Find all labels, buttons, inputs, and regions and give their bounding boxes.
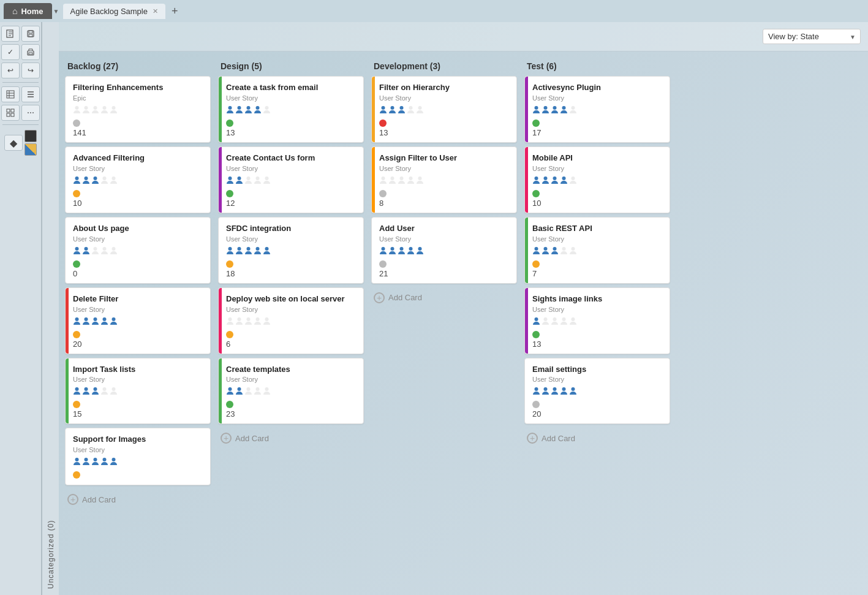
avatar-icon	[407, 105, 415, 116]
card-border-indicator	[372, 77, 375, 142]
add-card-button[interactable]: +Add Card	[524, 428, 670, 449]
avatar-icon	[100, 387, 108, 397]
status-dot	[379, 260, 387, 268]
svg-point-60	[256, 247, 260, 251]
card-title: Mobile API	[532, 153, 662, 164]
column-header-backlog: Backlog (27)	[65, 58, 212, 76]
svg-point-19	[94, 106, 97, 110]
status-dot	[532, 331, 540, 338]
card[interactable]: Activesync PluginUser Story17	[524, 76, 670, 143]
board-view-button[interactable]	[1, 105, 20, 121]
tab-home[interactable]: ⌂ Home	[4, 3, 52, 19]
svg-point-62	[228, 317, 232, 321]
avatar-icon	[82, 387, 90, 397]
svg-point-20	[103, 106, 107, 110]
uncategorized-label: Uncategorized (0)	[42, 22, 59, 595]
svg-point-22	[75, 176, 79, 180]
save-button[interactable]	[21, 26, 40, 42]
status-dot	[532, 119, 540, 127]
card[interactable]: Deploy web site on local serverUser Stor…	[218, 287, 364, 354]
new-button[interactable]	[1, 26, 20, 42]
card[interactable]: Create templatesUser Story23	[218, 358, 364, 425]
svg-point-59	[247, 247, 251, 251]
svg-point-67	[228, 387, 232, 391]
card-status	[226, 331, 356, 338]
card[interactable]: Advanced FilteringUser Story10	[65, 146, 211, 213]
svg-rect-13	[7, 109, 10, 112]
avatar-icon	[254, 176, 262, 186]
card[interactable]: Import Task listsUser Story15	[65, 358, 211, 425]
card[interactable]: Email settingsUser Story20	[524, 358, 670, 425]
svg-point-41	[112, 387, 116, 391]
card[interactable]: Create Contact Us formUser Story12	[218, 146, 364, 213]
card[interactable]: Sights image linksUser Story13	[524, 287, 670, 354]
card-border-indicator	[66, 288, 69, 354]
svg-point-58	[238, 247, 241, 251]
card-border-indicator	[525, 358, 528, 424]
card[interactable]: Filtering EnhancementsEpic141	[65, 76, 211, 143]
avatar-icon	[379, 105, 387, 116]
color-tool-button[interactable]: ◆	[4, 135, 23, 151]
card[interactable]: Filter on HierarchyUser Story13	[371, 76, 517, 143]
dots-button[interactable]: ⋯	[21, 105, 40, 121]
card-title: Basic REST API	[532, 224, 662, 234]
svg-point-72	[382, 106, 385, 110]
avatar-icon	[73, 105, 81, 116]
card-type: User Story	[532, 306, 662, 313]
svg-point-91	[572, 106, 575, 110]
print-button[interactable]	[21, 44, 40, 60]
svg-point-89	[553, 106, 557, 110]
card-avatars	[226, 387, 356, 397]
column-backlog: Backlog (27)Filtering EnhancementsEpic14…	[65, 58, 212, 589]
tab-page[interactable]: Agile Backlog Sample ✕	[63, 4, 165, 19]
avatar-icon	[542, 387, 549, 397]
avatar-icon	[416, 246, 424, 257]
card[interactable]: Delete FilterUser Story20	[65, 287, 211, 354]
card-status	[73, 260, 203, 268]
avatar-icon	[263, 176, 271, 186]
color-swatch-black[interactable]	[25, 130, 37, 142]
card-border-indicator	[219, 358, 222, 424]
card[interactable]: Add UserUser Story21	[371, 217, 517, 284]
close-tab-button[interactable]: ✕	[153, 7, 158, 15]
add-card-button[interactable]: +Add Card	[218, 428, 364, 449]
card-avatars	[532, 387, 662, 397]
card-type: User Story	[73, 165, 203, 172]
card[interactable]: Create a task from emailUser Story13	[218, 76, 364, 143]
avatar-icon	[82, 246, 90, 257]
avatar-icon	[398, 105, 406, 116]
toolbar-row-4	[1, 86, 40, 102]
card[interactable]: SFDC integrationUser Story18	[218, 217, 364, 284]
avatar-icon	[542, 246, 549, 257]
avatar-icon	[407, 246, 415, 257]
card[interactable]: Assign Filter to UserUser Story8	[371, 146, 517, 213]
card[interactable]: Basic REST APIUser Story7	[524, 217, 670, 284]
table-view-button[interactable]	[1, 86, 20, 102]
avatar-icon	[73, 246, 81, 257]
svg-point-99	[553, 247, 557, 251]
undo-button[interactable]: ↩	[1, 63, 20, 78]
svg-point-44	[94, 458, 97, 461]
card[interactable]: Support for ImagesUser Story	[65, 428, 211, 485]
card-border-indicator	[66, 358, 69, 424]
card[interactable]: Mobile APIUser Story10	[524, 146, 670, 213]
view-select[interactable]: View by: State	[763, 29, 861, 44]
add-card-button[interactable]: +Add Card	[65, 489, 211, 510]
list-view-button[interactable]	[21, 86, 40, 102]
status-dot	[226, 119, 233, 127]
add-tab-button[interactable]: +	[167, 4, 183, 19]
avatar-icon	[110, 246, 118, 257]
columns-container: Backlog (27)Filtering EnhancementsEpic14…	[59, 51, 868, 595]
svg-point-107	[535, 387, 538, 391]
svg-point-83	[391, 247, 394, 251]
check-button[interactable]: ✓	[1, 44, 20, 60]
svg-point-54	[247, 176, 251, 180]
card[interactable]: About Us pageUser Story0	[65, 217, 211, 284]
svg-point-27	[75, 247, 79, 251]
card-avatars	[532, 176, 662, 186]
avatar-icon	[407, 176, 415, 186]
add-card-button[interactable]: +Add Card	[371, 287, 517, 308]
color-swatch-multi[interactable]	[25, 143, 37, 156]
avatar-icon	[254, 105, 262, 116]
redo-button[interactable]: ↪	[21, 63, 40, 78]
